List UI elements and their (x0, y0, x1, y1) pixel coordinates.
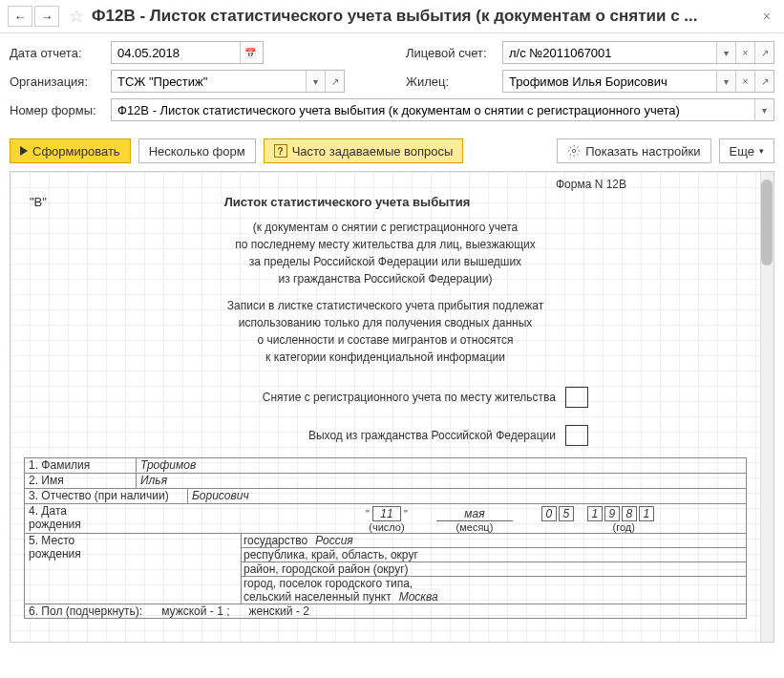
org-input[interactable] (112, 71, 306, 92)
dropdown-icon[interactable]: ▾ (754, 99, 773, 120)
org-label: Организация: (10, 74, 105, 89)
formnum-label: Номер формы: (10, 103, 105, 117)
generate-label: Сформировать (32, 144, 120, 159)
faq-label: Часто задаваемые вопросы (292, 144, 454, 159)
field-label: 1. Фамилия (24, 458, 137, 473)
note-line: использованию только для получения сводн… (11, 314, 760, 331)
place-key: республика, край, область, округ (244, 548, 418, 561)
note-line: Записи в листке статистического учета пр… (11, 297, 760, 314)
field-label: рождения (29, 547, 237, 561)
year-digit: 8 (622, 506, 637, 521)
dropdown-icon[interactable]: ▾ (716, 71, 735, 92)
arrow-right-icon: → (41, 10, 53, 24)
open-icon[interactable]: ↗ (754, 71, 773, 92)
scrollbar[interactable] (760, 172, 773, 642)
note-line: о численности и составе мигрантов и отно… (11, 331, 760, 349)
field-label: 3. Отчество (при наличии) (24, 489, 188, 503)
birth-month: мая (436, 507, 513, 521)
field-label: 2. Имя (24, 474, 137, 488)
field-label: 5. Место (29, 534, 237, 547)
play-icon (20, 146, 28, 156)
subtitle-line: (к документам о снятии с регистрационног… (11, 219, 760, 236)
field-label: 6. Пол (подчеркнуть): мужской - 1 ; женс… (24, 604, 747, 618)
place-value: Москва (399, 590, 438, 604)
form-number: Форма N 12В (11, 178, 760, 191)
favorite-star-icon[interactable]: ☆ (69, 6, 84, 27)
checkbox-label: Выход из гражданства Российской Федераци… (308, 429, 556, 442)
formnum-input[interactable] (112, 99, 754, 120)
checkbox[interactable] (565, 425, 588, 446)
tenant-input[interactable] (503, 71, 716, 92)
more-label: Еще (730, 144, 754, 159)
place-key: сельский населенный пункт (244, 590, 392, 604)
account-input[interactable] (503, 42, 716, 63)
generate-button[interactable]: Сформировать (10, 138, 131, 163)
doc-title: Листок статистического учета выбытия (68, 195, 741, 209)
subtitle-line: по последнему месту жительства для лиц, … (11, 236, 760, 253)
show-settings-button[interactable]: Показать настройки (557, 138, 710, 163)
dropdown-icon[interactable]: ▾ (306, 71, 325, 92)
place-key: государство (244, 534, 307, 547)
subtitle-line: из гражданства Российской Федерации) (11, 270, 760, 287)
birth-month-label: (месяц) (436, 521, 513, 533)
scrollbar-thumb[interactable] (761, 180, 773, 265)
chevron-down-icon: ▾ (759, 146, 764, 156)
settings-label: Показать настройки (585, 144, 700, 159)
clear-icon[interactable]: × (735, 42, 754, 63)
nav-forward-button[interactable]: → (34, 6, 59, 27)
dropdown-icon[interactable]: ▾ (716, 42, 735, 63)
year-digit: 1 (587, 506, 603, 521)
nav-back-button[interactable]: ← (8, 6, 32, 27)
close-button[interactable]: × (757, 9, 776, 24)
svg-point-0 (572, 149, 576, 153)
calendar-icon[interactable]: 📅 (240, 42, 259, 63)
field-label: 4. Дата (29, 504, 133, 518)
field-label: рождения (29, 518, 133, 531)
faq-button[interactable]: ? Часто задаваемые вопросы (264, 138, 464, 163)
place-key: район, городской район (округ) (244, 562, 409, 576)
document-preview: Форма N 12В "В" Листок статистического у… (11, 172, 760, 642)
arrow-left-icon: ← (14, 10, 27, 24)
v-marker: "В" (30, 195, 68, 209)
birth-day-label: (число) (366, 521, 408, 533)
note-line: к категории конфиденциальной информации (11, 349, 760, 366)
year-digit: 5 (559, 506, 574, 521)
field-value: Илья (137, 474, 747, 488)
year-digit: 9 (604, 506, 620, 521)
gear-icon (567, 144, 581, 158)
subtitle-line: за пределы Российской Федерации или выше… (11, 253, 760, 270)
open-icon[interactable]: ↗ (325, 71, 344, 92)
birth-year-label: (год) (541, 521, 654, 533)
date-input[interactable] (112, 42, 240, 63)
place-key: город, поселок городского типа, (244, 577, 413, 590)
tenant-label: Жилец: (406, 74, 497, 89)
open-icon[interactable]: ↗ (754, 42, 773, 63)
window-title: Ф12В - Листок статистического учета выбы… (92, 7, 757, 26)
field-value: Борисович (188, 489, 747, 503)
place-value: Россия (315, 534, 353, 547)
field-value: Трофимов (137, 458, 747, 473)
multiple-label: Несколько форм (149, 144, 245, 159)
year-digit: 1 (639, 506, 654, 521)
more-button[interactable]: Еще ▾ (719, 138, 774, 163)
account-label: Лицевой счет: (406, 46, 497, 60)
date-label: Дата отчета: (10, 46, 105, 60)
checkbox[interactable] (565, 387, 588, 408)
checkbox-label: Снятие с регистрационного учета по месту… (263, 391, 556, 404)
year-digit: 0 (541, 506, 557, 521)
question-icon: ? (274, 144, 287, 158)
birth-day: 11 (372, 506, 401, 521)
multiple-forms-button[interactable]: Несколько форм (138, 138, 256, 163)
clear-icon[interactable]: × (735, 71, 754, 92)
